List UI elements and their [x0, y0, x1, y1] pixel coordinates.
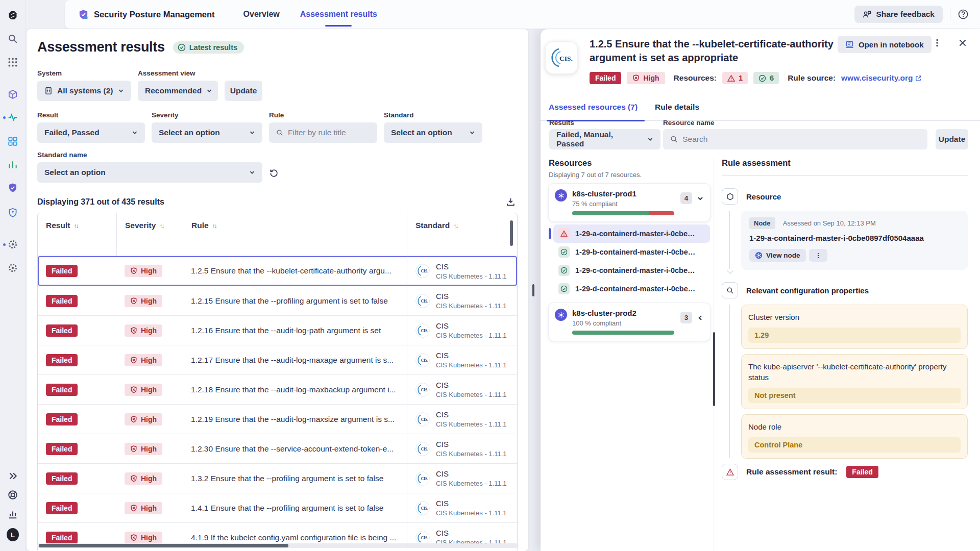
sort-icon: ↑↓ [212, 221, 216, 230]
standard-select[interactable]: Select an option [384, 122, 482, 143]
cis-logo: CIS. [415, 442, 430, 456]
assessment-result-label: Rule assessment result: [746, 467, 837, 477]
table-row[interactable]: Failed High 1.2.19 Ensure that the --aud… [38, 404, 517, 434]
shield-x-icon [130, 386, 137, 393]
table-row[interactable]: Failed High 1.2.15 Ensure that the --pro… [38, 286, 517, 315]
app-title: Security Posture Management [94, 10, 215, 19]
shield-app-icon[interactable] [7, 207, 19, 219]
download-button[interactable] [506, 197, 516, 207]
table-row[interactable]: Failed High 1.4.1 Ensure that the --prof… [38, 493, 517, 522]
tab-assessed-resources[interactable]: Assessed resources (7) [549, 98, 638, 120]
rule-title: 1.4.1 Ensure that the --profiling argume… [191, 504, 383, 513]
node-kebab-button[interactable] [809, 249, 827, 262]
assessment-view-label: Assessment view [138, 69, 218, 77]
rule-search-field[interactable] [269, 122, 377, 143]
passed-resources-badge[interactable]: 6 [753, 72, 779, 84]
resource-node-item[interactable]: 1-29-b-containerd-master-i-0cbe… [553, 243, 710, 261]
search-icon[interactable] [7, 33, 19, 45]
resource-node-item[interactable]: 1-29-c-containerd-master-i-0cbe… [553, 261, 710, 280]
column-header-standard[interactable]: Standard↑↓ [407, 213, 517, 256]
resource-search-input[interactable] [682, 135, 920, 144]
rule-title: 1.2.5 Ensure that the --kubelet-certific… [191, 266, 391, 276]
resource-name-label: Resource name [663, 119, 715, 127]
update-button[interactable]: Update [225, 81, 262, 101]
table-row[interactable]: Failed High 1.2.17 Ensure that the --aud… [38, 345, 517, 374]
expand-rail-icon[interactable] [7, 470, 19, 482]
shield-x-icon [130, 416, 137, 423]
status-icon [558, 265, 570, 276]
avatar[interactable]: L [7, 529, 19, 541]
table-row[interactable]: Failed High 1.2.18 Ensure that the --aud… [38, 374, 517, 404]
resource-node-item[interactable]: 1-29-a-containerd-master-i-0cbe… [553, 224, 710, 243]
close-icon[interactable] [958, 38, 967, 47]
bar-chart-icon[interactable] [7, 508, 19, 520]
elastic-logo-icon[interactable] [7, 9, 19, 21]
notebook-icon [845, 40, 854, 49]
standard-name: CIS [436, 410, 507, 419]
rule-search-input[interactable] [288, 128, 370, 137]
shield-check-app-icon[interactable] [7, 182, 19, 194]
chevron-icon[interactable] [697, 314, 704, 321]
open-in-notebook-button[interactable]: Open in notebook [838, 36, 932, 53]
column-header-severity[interactable]: Severity↑↓ [116, 213, 183, 256]
assessment-view-select[interactable]: Recommended [138, 81, 218, 101]
node-list: 1-29-a-containerd-master-i-0cbe… 1-29-b-… [549, 224, 710, 298]
flyout-scrollbar-thumb[interactable] [713, 332, 715, 406]
help-icon[interactable] [958, 9, 969, 20]
standard-name: CIS [436, 529, 507, 537]
standard-name: CIS [436, 381, 507, 389]
severity-select[interactable]: Select an option [152, 122, 262, 143]
table-row[interactable]: Failed High 1.2.5 Ensure that the --kube… [38, 256, 517, 286]
kubernetes-icon [555, 309, 567, 321]
system-select[interactable]: All systems (2) [37, 81, 131, 101]
view-node-button[interactable]: View node [749, 249, 806, 262]
gear-icon[interactable] [7, 238, 19, 251]
grid-app-icon[interactable] [7, 135, 19, 147]
download-icon [506, 197, 516, 207]
assessed-timestamp: Assessed on Sep 10, 12:13 PM [783, 219, 876, 227]
cluster-card[interactable]: k8s-cluster-prod1 75 % compliant 4 [549, 184, 710, 221]
column-header-rule[interactable]: Rule↑↓ [183, 213, 407, 256]
resource-search-field[interactable] [663, 129, 927, 149]
kebab-menu-icon[interactable] [933, 38, 942, 47]
shield-x-icon [130, 267, 137, 274]
kebab-menu-icon [815, 252, 822, 259]
pulse-app-icon[interactable] [7, 111, 19, 123]
scrollbar-thumb[interactable] [39, 544, 288, 547]
result-badge: Failed [46, 384, 78, 396]
table-horizontal-scrollbar[interactable] [37, 543, 519, 548]
gear-icon[interactable] [7, 262, 19, 274]
table-row[interactable]: Failed High 1.2.30 Ensure that the --ser… [38, 434, 517, 463]
column-header-result[interactable]: Result↑↓ [38, 213, 116, 256]
tab-rule-details[interactable]: Rule details [655, 98, 699, 120]
flyout-update-button[interactable]: Update [936, 129, 968, 149]
feedback-icon [863, 10, 871, 19]
shield-x-icon [130, 445, 137, 453]
standard-name-label: Standard name [37, 151, 262, 159]
cube-app-icon[interactable] [7, 88, 19, 101]
result-badge: Failed [46, 502, 78, 514]
bars-app-icon[interactable] [7, 159, 19, 171]
failed-resources-badge[interactable]: 1 [722, 72, 748, 84]
chevron-icon[interactable] [697, 195, 704, 202]
rule-source-link[interactable]: www.cisecurity.org [841, 73, 922, 83]
tab-assessment-results[interactable]: Assessment results [300, 10, 377, 19]
table-row[interactable]: Failed High 1.3.2 Ensure that the --prof… [38, 463, 517, 493]
table-row[interactable]: Failed High 1.2.16 Ensure that the --aud… [38, 315, 517, 345]
panel-resize-handle[interactable] [532, 284, 534, 296]
share-feedback-button[interactable]: Share feedback [854, 6, 943, 23]
rule-title: 1.2.19 Ensure that the --audit-log-maxsi… [191, 415, 395, 424]
reset-filters-button[interactable] [269, 168, 279, 178]
tab-overview[interactable]: Overview [243, 10, 280, 19]
apps-grid-icon[interactable] [7, 56, 19, 68]
results-select[interactable]: Failed, Manual, Passed [549, 129, 660, 149]
resource-node-item[interactable]: 1-29-d-containerd-master-i-0cbe… [553, 280, 710, 298]
standard-name-select[interactable]: Select an option [37, 162, 262, 183]
rule-assessment-title: Rule assessment [722, 158, 968, 168]
help-ring-icon[interactable] [7, 489, 19, 501]
svg-text:CIS.: CIS. [421, 358, 428, 363]
cluster-card[interactable]: k8s-cluster-prod2 100 % compliant 3 [549, 303, 710, 341]
result-select[interactable]: Failed, Passed [37, 122, 145, 143]
config-property-card: The kube-apiserver '--kubelet-certificat… [741, 354, 968, 409]
table-vertical-scrollbar[interactable] [510, 220, 513, 246]
